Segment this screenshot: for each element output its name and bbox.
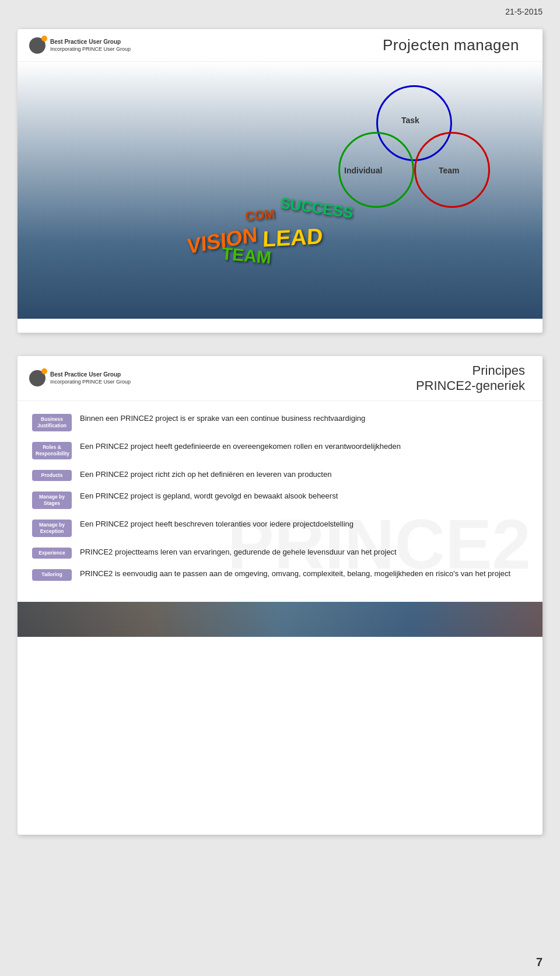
logo-circle-icon (29, 37, 46, 54)
principle-row-3: Manage by Stages Een PRINCE2 project is … (32, 490, 528, 509)
slide-2: Best Practice User Group Incorporating P… (18, 356, 542, 835)
footer-books-decoration (18, 602, 542, 637)
slide2-header: Best Practice User Group Incorporating P… (18, 356, 542, 401)
badge-experience: Experience (32, 548, 72, 559)
text-experience: PRINCE2 projectteams leren van ervaringe… (80, 546, 528, 558)
slide1-logo: Best Practice User Group Incorporating P… (29, 37, 131, 54)
principle-row-2: Products Een PRINCE2 project richt zich … (32, 469, 528, 481)
venn-label-team: Team (439, 166, 460, 175)
principle-row-6: Tailoring PRINCE2 is eenvoudig aan te pa… (32, 568, 528, 580)
word-success: SUCCESS (279, 194, 354, 222)
venn-label-task: Task (401, 116, 419, 125)
slides-container: Best Practice User Group Incorporating P… (0, 0, 560, 864)
venn-label-individual: Individual (344, 166, 382, 175)
badge-tailoring: Tailoring (32, 569, 72, 580)
slide2-logo-text: Best Practice User Group Incorporating P… (50, 371, 131, 385)
page-date: 21-5-2015 (505, 7, 542, 16)
word-lead: LEAD (262, 224, 323, 252)
badge-manage-by-stages: Manage by Stages (32, 492, 72, 509)
slide2-title: Principes PRINCE2-generiek (416, 363, 531, 393)
word-com: COM (244, 207, 275, 224)
slide2-footer (18, 602, 542, 637)
principle-row-5: Experience PRINCE2 projectteams leren va… (32, 546, 528, 559)
page-number: 7 (536, 956, 542, 969)
badge-roles-responsibility: Roles & Responsibility (32, 442, 72, 459)
badge-manage-by-exception: Manage by Exception (32, 520, 72, 537)
principle-row-4: Manage by Exception Een PRINCE2 project … (32, 518, 528, 537)
logo-line2: Incorporating PRINCE User Group (50, 46, 131, 52)
text-products: Een PRINCE2 project richt zich op het de… (80, 469, 528, 480)
slide1-title: Projecten managen (383, 36, 531, 54)
slide2-logo-line1: Best Practice User Group (50, 371, 121, 378)
text-business-justification: Binnen een PRINCE2 project is er sprake … (80, 413, 528, 424)
slide2-content: PRINCE2 Business Justification Binnen ee… (18, 401, 542, 602)
slide1-header: Best Practice User Group Incorporating P… (18, 29, 542, 62)
text-manage-by-stages: Een PRINCE2 project is gepland, wordt ge… (80, 490, 528, 502)
principle-row-1: Roles & Responsibility Een PRINCE2 proje… (32, 441, 528, 459)
principle-row-0: Business Justification Binnen een PRINCE… (32, 413, 528, 431)
slide2-title-main: Principes (416, 363, 525, 378)
slide2-logo: Best Practice User Group Incorporating P… (29, 370, 131, 386)
slide-1: Best Practice User Group Incorporating P… (18, 29, 542, 333)
text-roles-responsibility: Een PRINCE2 project heeft gedefinieerde … (80, 441, 528, 452)
slide2-logo-line2: Incorporating PRINCE User Group (50, 379, 131, 385)
slide1-content: Task Individual Team VISION TEAM LEAD SU… (18, 62, 542, 319)
text-tailoring: PRINCE2 is eenvoudig aan te passen aan d… (80, 568, 528, 580)
colorful-words: VISION TEAM LEAD SUCCESS COM (47, 190, 513, 284)
logo-text: Best Practice User Group Incorporating P… (50, 38, 131, 53)
text-manage-by-exception: Een PRINCE2 project heeft beschreven tol… (80, 518, 528, 530)
badge-products: Products (32, 470, 72, 481)
slide2-logo-circle-icon (29, 370, 46, 386)
slide2-title-sub: PRINCE2-generiek (416, 378, 525, 393)
badge-business-justification: Business Justification (32, 414, 72, 431)
logo-line1: Best Practice User Group (50, 39, 121, 45)
